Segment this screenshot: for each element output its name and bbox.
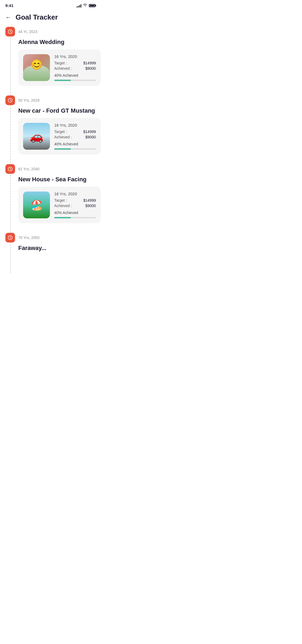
goal-image-1 — [23, 54, 50, 81]
goal-icon-2 — [5, 95, 15, 105]
goal-name-4: Faraway... — [18, 245, 101, 253]
status-time: 9:41 — [5, 3, 13, 8]
page-title: Goal Tracker — [16, 13, 58, 21]
goal-details-3: 16 Yrs, 2020 Target : $14999 Achieved : … — [54, 192, 96, 218]
goal-image-3 — [23, 192, 50, 218]
goal-card-1[interactable]: 16 Yrs, 2020 Target : $14999 Achieved : … — [18, 49, 101, 86]
goal-name-3: New House - Sea Facing — [18, 176, 101, 183]
goal-icon-3 — [5, 164, 15, 174]
achieved-label-2: Achieved : — [54, 135, 72, 139]
timeline: 44 Yr, 2023 Alenna Wedding 16 Yrs, 2020 … — [0, 27, 101, 273]
goal-item-1: 44 Yr, 2023 Alenna Wedding 16 Yrs, 2020 … — [5, 27, 101, 86]
goal-details-1: 16 Yrs, 2020 Target : $14999 Achieved : … — [54, 54, 96, 81]
status-icons — [77, 3, 95, 8]
signal-icon — [77, 4, 81, 8]
goal-header-3: 61 Yrs, 2040 — [5, 164, 101, 174]
target-row-2: Target : $14999 — [54, 130, 96, 134]
detail-year-3: 16 Yrs, 2020 — [54, 192, 96, 196]
goal-header-4: 70 Yrs, 2050 — [5, 233, 101, 242]
achieved-value-2: $9000 — [85, 135, 96, 139]
achieved-label-3: Achieved : — [54, 204, 72, 208]
goal-details-2: 16 Yrs, 2020 Target : $14999 Achieved : … — [54, 123, 96, 150]
battery-icon — [89, 4, 95, 7]
goal-card-2[interactable]: 16 Yrs, 2020 Target : $14999 Achieved : … — [18, 118, 101, 154]
progress-fill-2 — [54, 148, 71, 150]
goal-image-2 — [23, 123, 50, 150]
wifi-icon — [83, 3, 87, 8]
progress-track-1 — [54, 80, 96, 81]
goal-age-4: 70 Yrs, 2050 — [18, 235, 39, 240]
status-bar: 9:41 — [0, 0, 101, 9]
achieved-row-2: Achieved : $9000 — [54, 135, 96, 139]
back-button[interactable]: ← — [5, 14, 11, 21]
achieved-row-1: Achieved : $9000 — [54, 66, 96, 71]
goal-name-1: Alenna Wedding — [18, 39, 101, 46]
achieved-value-3: $9000 — [85, 204, 96, 208]
goal-item-3: 61 Yrs, 2040 New House - Sea Facing 16 Y… — [5, 164, 101, 223]
goal-item-2: 50 Yrs, 2029 New car - Ford GT Mustang 1… — [5, 95, 101, 154]
goal-header-2: 50 Yrs, 2029 — [5, 95, 101, 105]
progress-fill-1 — [54, 80, 71, 81]
detail-year-1: 16 Yrs, 2020 — [54, 54, 96, 59]
goal-name-2: New car - Ford GT Mustang — [18, 107, 101, 114]
goal-icon-1 — [5, 27, 15, 36]
progress-label-1: 40% Achieved — [54, 73, 96, 78]
target-value-1: $14999 — [83, 61, 96, 65]
target-row-1: Target : $14999 — [54, 61, 96, 65]
goal-age-1: 44 Yr, 2023 — [18, 30, 37, 34]
goal-item-4: 70 Yrs, 2050 Faraway... — [5, 233, 101, 253]
target-value-2: $14999 — [83, 130, 96, 134]
target-label-3: Target : — [54, 198, 67, 203]
progress-fill-3 — [54, 217, 71, 218]
detail-year-2: 16 Yrs, 2020 — [54, 123, 96, 127]
goal-header-1: 44 Yr, 2023 — [5, 27, 101, 36]
achieved-label-1: Achieved : — [54, 66, 72, 71]
target-label-1: Target : — [54, 61, 67, 65]
target-row-3: Target : $14999 — [54, 198, 96, 203]
progress-track-3 — [54, 217, 96, 218]
progress-label-3: 40% Achieved — [54, 211, 96, 215]
achieved-row-3: Achieved : $9000 — [54, 204, 96, 208]
progress-label-2: 40% Achieved — [54, 142, 96, 146]
target-value-3: $14999 — [83, 198, 96, 203]
progress-track-2 — [54, 148, 96, 150]
goal-icon-4 — [5, 233, 15, 242]
goal-age-3: 61 Yrs, 2040 — [18, 167, 39, 171]
goal-card-3[interactable]: 16 Yrs, 2020 Target : $14999 Achieved : … — [18, 187, 101, 223]
goal-age-2: 50 Yrs, 2029 — [18, 98, 39, 102]
header: ← Goal Tracker — [0, 9, 101, 27]
target-label-2: Target : — [54, 130, 67, 134]
achieved-value-1: $9000 — [85, 66, 96, 71]
